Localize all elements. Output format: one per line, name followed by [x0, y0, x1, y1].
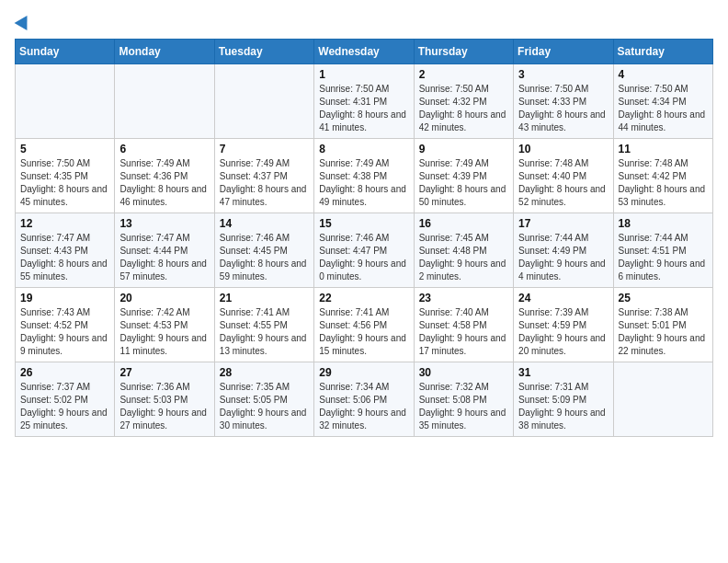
day-number: 13 — [119, 217, 209, 230]
calendar-cell: 23Sunrise: 7:40 AMSunset: 4:58 PMDayligh… — [414, 288, 513, 362]
day-number: 19 — [20, 292, 109, 304]
day-number: 8 — [319, 143, 408, 155]
day-number: 17 — [518, 217, 608, 230]
calendar-week-row: 26Sunrise: 7:37 AMSunset: 5:02 PMDayligh… — [16, 362, 713, 437]
day-info: Sunrise: 7:42 AMSunset: 4:53 PMDaylight:… — [119, 306, 209, 358]
day-number: 15 — [319, 217, 408, 230]
calendar-cell: 12Sunrise: 7:47 AMSunset: 4:43 PMDayligh… — [16, 213, 115, 288]
calendar-cell: 4Sunrise: 7:50 AMSunset: 4:34 PMDaylight… — [613, 64, 712, 139]
calendar-cell: 11Sunrise: 7:48 AMSunset: 4:42 PMDayligh… — [613, 139, 712, 213]
day-info: Sunrise: 7:50 AMSunset: 4:35 PMDaylight:… — [20, 157, 109, 209]
day-number: 4 — [619, 68, 708, 81]
day-info: Sunrise: 7:49 AMSunset: 4:36 PMDaylight:… — [119, 157, 209, 209]
day-number: 23 — [419, 292, 508, 304]
calendar-cell: 14Sunrise: 7:46 AMSunset: 4:45 PMDayligh… — [214, 213, 313, 288]
day-number: 24 — [518, 292, 608, 304]
day-info: Sunrise: 7:38 AMSunset: 5:01 PMDaylight:… — [619, 306, 708, 358]
calendar-cell: 1Sunrise: 7:50 AMSunset: 4:31 PMDaylight… — [314, 64, 414, 139]
calendar-cell: 6Sunrise: 7:49 AMSunset: 4:36 PMDaylight… — [115, 139, 214, 213]
calendar-cell: 18Sunrise: 7:44 AMSunset: 4:51 PMDayligh… — [613, 213, 712, 288]
day-number: 16 — [419, 217, 508, 230]
calendar-cell: 24Sunrise: 7:39 AMSunset: 4:59 PMDayligh… — [514, 288, 613, 362]
calendar-cell — [214, 64, 313, 139]
day-number: 3 — [518, 68, 608, 81]
calendar-cell — [115, 64, 214, 139]
day-number: 18 — [619, 217, 708, 230]
calendar-week-row: 1Sunrise: 7:50 AMSunset: 4:31 PMDaylight… — [16, 64, 713, 139]
calendar-cell: 20Sunrise: 7:42 AMSunset: 4:53 PMDayligh… — [115, 288, 214, 362]
day-info: Sunrise: 7:50 AMSunset: 4:33 PMDaylight:… — [518, 83, 608, 134]
day-number: 21 — [220, 292, 309, 304]
day-number: 1 — [319, 68, 408, 81]
day-info: Sunrise: 7:39 AMSunset: 4:59 PMDaylight:… — [518, 306, 608, 358]
day-info: Sunrise: 7:49 AMSunset: 4:38 PMDaylight:… — [319, 157, 408, 209]
day-number: 5 — [20, 143, 109, 155]
day-number: 30 — [419, 366, 508, 379]
day-info: Sunrise: 7:50 AMSunset: 4:32 PMDaylight:… — [419, 83, 508, 134]
calendar-cell: 9Sunrise: 7:49 AMSunset: 4:39 PMDaylight… — [414, 139, 513, 213]
day-info: Sunrise: 7:48 AMSunset: 4:42 PMDaylight:… — [619, 157, 708, 209]
logo-triangle-icon — [15, 12, 34, 30]
day-number: 11 — [619, 143, 708, 155]
day-info: Sunrise: 7:36 AMSunset: 5:03 PMDaylight:… — [119, 381, 209, 432]
calendar-cell: 8Sunrise: 7:49 AMSunset: 4:38 PMDaylight… — [314, 139, 414, 213]
day-number: 2 — [419, 68, 508, 81]
day-info: Sunrise: 7:46 AMSunset: 4:47 PMDaylight:… — [319, 232, 408, 283]
calendar-table: SundayMondayTuesdayWednesdayThursdayFrid… — [15, 39, 713, 437]
day-number: 27 — [119, 366, 209, 379]
calendar-cell: 17Sunrise: 7:44 AMSunset: 4:49 PMDayligh… — [514, 213, 613, 288]
calendar-cell: 26Sunrise: 7:37 AMSunset: 5:02 PMDayligh… — [16, 362, 115, 437]
day-header-monday: Monday — [115, 40, 214, 64]
calendar-cell: 22Sunrise: 7:41 AMSunset: 4:56 PMDayligh… — [314, 288, 414, 362]
day-info: Sunrise: 7:41 AMSunset: 4:56 PMDaylight:… — [319, 306, 408, 358]
day-header-sunday: Sunday — [16, 40, 115, 64]
day-info: Sunrise: 7:43 AMSunset: 4:52 PMDaylight:… — [20, 306, 109, 358]
day-number: 9 — [419, 143, 508, 155]
day-header-thursday: Thursday — [414, 40, 513, 64]
day-info: Sunrise: 7:50 AMSunset: 4:34 PMDaylight:… — [619, 83, 708, 134]
day-number: 10 — [518, 143, 608, 155]
calendar-cell: 3Sunrise: 7:50 AMSunset: 4:33 PMDaylight… — [514, 64, 613, 139]
calendar-cell: 15Sunrise: 7:46 AMSunset: 4:47 PMDayligh… — [314, 213, 414, 288]
day-number: 31 — [518, 366, 608, 379]
calendar-cell: 7Sunrise: 7:49 AMSunset: 4:37 PMDaylight… — [214, 139, 313, 213]
calendar-cell: 5Sunrise: 7:50 AMSunset: 4:35 PMDaylight… — [16, 139, 115, 213]
day-header-saturday: Saturday — [613, 40, 712, 64]
calendar-cell: 19Sunrise: 7:43 AMSunset: 4:52 PMDayligh… — [16, 288, 115, 362]
calendar-cell: 13Sunrise: 7:47 AMSunset: 4:44 PMDayligh… — [115, 213, 214, 288]
calendar-cell: 10Sunrise: 7:48 AMSunset: 4:40 PMDayligh… — [514, 139, 613, 213]
calendar-week-row: 19Sunrise: 7:43 AMSunset: 4:52 PMDayligh… — [16, 288, 713, 362]
calendar-cell: 16Sunrise: 7:45 AMSunset: 4:48 PMDayligh… — [414, 213, 513, 288]
day-info: Sunrise: 7:48 AMSunset: 4:40 PMDaylight:… — [518, 157, 608, 209]
calendar-cell: 29Sunrise: 7:34 AMSunset: 5:06 PMDayligh… — [314, 362, 414, 437]
day-number: 29 — [319, 366, 408, 379]
day-info: Sunrise: 7:44 AMSunset: 4:51 PMDaylight:… — [619, 232, 708, 283]
day-info: Sunrise: 7:46 AMSunset: 4:45 PMDaylight:… — [220, 232, 309, 283]
day-header-friday: Friday — [514, 40, 613, 64]
calendar-week-row: 5Sunrise: 7:50 AMSunset: 4:35 PMDaylight… — [16, 139, 713, 213]
day-header-wednesday: Wednesday — [314, 40, 414, 64]
day-info: Sunrise: 7:35 AMSunset: 5:05 PMDaylight:… — [220, 381, 309, 432]
day-info: Sunrise: 7:44 AMSunset: 4:49 PMDaylight:… — [518, 232, 608, 283]
page-header — [15, 15, 713, 28]
day-info: Sunrise: 7:40 AMSunset: 4:58 PMDaylight:… — [419, 306, 508, 358]
day-info: Sunrise: 7:31 AMSunset: 5:09 PMDaylight:… — [518, 381, 608, 432]
day-info: Sunrise: 7:37 AMSunset: 5:02 PMDaylight:… — [20, 381, 109, 432]
calendar-cell — [16, 64, 115, 139]
day-number: 20 — [119, 292, 209, 304]
day-info: Sunrise: 7:41 AMSunset: 4:55 PMDaylight:… — [220, 306, 309, 358]
day-info: Sunrise: 7:32 AMSunset: 5:08 PMDaylight:… — [419, 381, 508, 432]
day-number: 25 — [619, 292, 708, 304]
calendar-cell: 31Sunrise: 7:31 AMSunset: 5:09 PMDayligh… — [514, 362, 613, 437]
calendar-cell: 28Sunrise: 7:35 AMSunset: 5:05 PMDayligh… — [214, 362, 313, 437]
day-info: Sunrise: 7:50 AMSunset: 4:31 PMDaylight:… — [319, 83, 408, 134]
day-header-tuesday: Tuesday — [214, 40, 313, 64]
day-info: Sunrise: 7:47 AMSunset: 4:44 PMDaylight:… — [119, 232, 209, 283]
day-info: Sunrise: 7:49 AMSunset: 4:37 PMDaylight:… — [220, 157, 309, 209]
calendar-header-row: SundayMondayTuesdayWednesdayThursdayFrid… — [16, 40, 713, 64]
calendar-week-row: 12Sunrise: 7:47 AMSunset: 4:43 PMDayligh… — [16, 213, 713, 288]
calendar-cell: 25Sunrise: 7:38 AMSunset: 5:01 PMDayligh… — [613, 288, 712, 362]
calendar-cell: 21Sunrise: 7:41 AMSunset: 4:55 PMDayligh… — [214, 288, 313, 362]
calendar-cell: 27Sunrise: 7:36 AMSunset: 5:03 PMDayligh… — [115, 362, 214, 437]
day-number: 12 — [20, 217, 109, 230]
